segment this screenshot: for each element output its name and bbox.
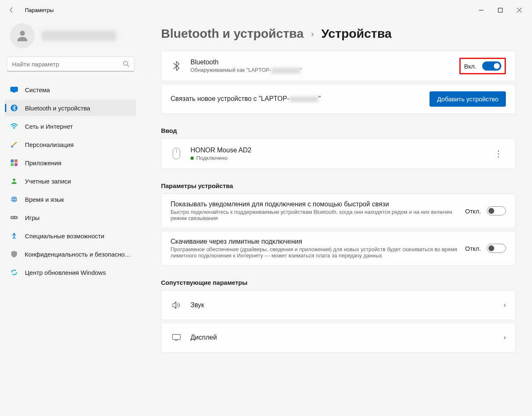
highlight-annotation: Вкл. [459,58,506,74]
svg-rect-10 [11,159,14,162]
discoverable-text: Обнаруживаемый как "LAPTOP- [190,67,271,73]
bluetooth-toggle[interactable] [482,61,501,71]
quick-pair-setting: Показывать уведомления для подключения с… [161,193,515,228]
toggle-state-label: Откл. [465,245,481,252]
bluetooth-icon [10,104,18,112]
nav-label: Приложения [25,159,61,166]
nav-accessibility[interactable]: Специальные возможности [5,228,136,244]
breadcrumb-parent[interactable]: Bluetooth и устройства [161,27,304,41]
setting-desc: Быстро подключайтесь к поддерживаемым ус… [171,209,465,221]
brush-icon [10,140,18,149]
svg-point-2 [20,31,25,36]
search-box[interactable] [7,56,134,71]
related-display[interactable]: Дисплей › [161,323,515,352]
related-label: Дисплей [190,334,504,341]
profile-section[interactable] [5,20,136,56]
close-button[interactable] [510,3,529,17]
related-label: Звук [190,301,504,309]
nav-apps[interactable]: Приложения [5,154,136,171]
status-dot-icon [190,157,194,160]
svg-point-3 [124,61,128,66]
minimize-button[interactable] [471,3,491,17]
nav-personalization[interactable]: Персонализация [5,136,136,153]
device-more-button[interactable]: ⋮ [491,145,506,162]
redacted-name [271,68,300,73]
quick-pair-toggle[interactable] [487,206,506,215]
chevron-right-icon: › [504,334,506,341]
setting-title: Скачивание через лимитные подключения [171,238,465,245]
related-sound[interactable]: Звук › [161,290,515,320]
input-device-card[interactable]: HONOR Mouse AD2 Подключено ⋮ [161,138,515,169]
nav-label: Время и язык [25,196,64,203]
metered-download-setting: Скачивание через лимитные подключения Пр… [161,231,515,266]
setting-desc: Программное обеспечение (драйверы, сведе… [171,246,465,259]
device-status-text: Подключено [196,155,227,161]
update-icon [10,268,18,277]
page-title: Устройства [321,27,391,41]
nav-gaming[interactable]: Игры [5,209,136,226]
svg-rect-22 [173,335,181,340]
nav-label: Система [25,86,50,93]
gamepad-icon [10,213,18,222]
svg-rect-11 [15,159,17,162]
section-input: Ввод [161,127,515,134]
add-device-button[interactable]: Добавить устройство [430,91,506,107]
bluetooth-discoverable: Обнаруживаемый как "LAPTOP-" [190,67,459,73]
apps-icon [10,159,18,167]
svg-rect-13 [15,163,17,166]
bluetooth-icon [171,61,182,71]
accessibility-icon [10,232,18,240]
nav-label: Специальные возможности [25,232,105,240]
nav-label: Сеть и Интернет [25,123,73,130]
svg-rect-18 [10,216,18,219]
nav-network[interactable]: Сеть и Интернет [5,118,136,135]
svg-line-4 [127,65,129,67]
search-input[interactable] [7,56,134,71]
back-button[interactable] [3,2,20,18]
system-icon [10,86,18,94]
chevron-right-icon: › [311,29,314,39]
nav-bluetooth[interactable]: Bluetooth и устройства [5,100,136,116]
nav-system[interactable]: Система [5,81,136,98]
nav-privacy[interactable]: Конфиденциальность и безопасность [5,246,136,262]
wifi-icon [10,122,18,130]
sidebar: Система Bluetooth и устройства Сеть и Ин… [0,20,141,416]
nav-label: Учетные записи [25,178,71,185]
display-icon [171,334,182,341]
section-related: Сопутствующие параметры [161,279,515,286]
bluetooth-card: Bluetooth Обнаруживаемый как "LAPTOP-" В… [161,51,515,81]
nav-update[interactable]: Центр обновления Windows [5,264,136,281]
redacted-name [289,96,318,102]
setting-title: Показывать уведомления для подключения с… [171,201,465,208]
svg-rect-12 [11,163,14,166]
section-device-params: Параметры устройства [161,182,515,189]
svg-point-8 [14,128,15,129]
maximize-button[interactable] [491,3,510,17]
mouse-icon [171,148,182,159]
pair-text: Связать новое устройство с "LAPTOP-" [171,95,321,102]
svg-rect-5 [10,87,18,92]
pair-text-prefix: Связать новое устройство с "LAPTOP- [171,95,289,102]
nav-accounts[interactable]: Учетные записи [5,173,136,189]
svg-point-20 [15,217,17,218]
accounts-icon [10,177,18,185]
svg-point-14 [13,179,15,181]
bluetooth-title: Bluetooth [190,59,459,66]
nav-label: Bluetooth и устройства [25,105,90,112]
metered-toggle[interactable] [487,244,506,253]
globe-icon [10,195,18,203]
speaker-icon [171,301,182,309]
nav-label: Игры [25,214,39,221]
titlebar: Параметры [0,0,532,20]
pair-device-card: Связать новое устройство с "LAPTOP-" Доб… [161,84,515,114]
avatar [10,23,35,48]
svg-rect-6 [13,92,15,93]
nav-label: Центр обновления Windows [25,269,106,276]
nav-time-language[interactable]: Время и язык [5,191,136,208]
nav-label: Конфиденциальность и безопасность [25,251,132,258]
svg-point-21 [13,233,15,235]
chevron-right-icon: › [504,301,506,309]
window-title: Параметры [25,7,54,13]
nav-list: Система Bluetooth и устройства Сеть и Ин… [5,81,136,281]
nav-label: Персонализация [25,141,74,148]
